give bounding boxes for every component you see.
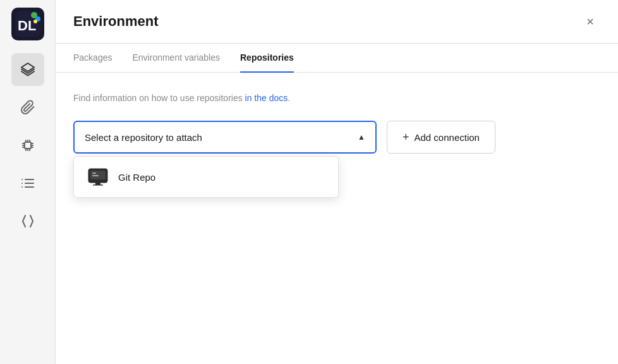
git-repo-icon <box>87 167 109 187</box>
sidebar-item-paperclip[interactable] <box>11 91 44 124</box>
svg-point-6 <box>33 20 37 23</box>
plus-icon: + <box>403 131 409 144</box>
repository-dropdown: Git Repo <box>73 156 339 198</box>
svg-text:DL: DL <box>18 18 36 33</box>
dialog-title: Environment <box>73 13 158 41</box>
dropdown-item-git-repo[interactable]: Git Repo <box>74 157 338 197</box>
sidebar-item-list[interactable] <box>11 167 44 200</box>
main-content: Environment × Packages Environment varia… <box>56 0 618 364</box>
layers-icon <box>20 62 35 77</box>
svg-rect-20 <box>93 185 103 186</box>
environment-dialog: DL <box>0 0 618 364</box>
dialog-header: Environment × <box>56 0 618 44</box>
svg-rect-18 <box>92 175 99 176</box>
chip-icon <box>20 138 35 153</box>
sidebar-item-chip[interactable] <box>11 129 44 162</box>
tab-content: Find information on how to use repositor… <box>56 73 618 364</box>
repository-select[interactable]: Select a repository to attach ▲ <box>73 121 377 154</box>
tab-packages[interactable]: Packages <box>73 44 112 73</box>
list-icon <box>20 176 35 191</box>
sidebar: DL <box>0 0 56 364</box>
sidebar-item-code[interactable] <box>11 205 44 238</box>
info-text: Find information on how to use repositor… <box>73 93 600 103</box>
add-connection-button[interactable]: + Add connection <box>387 121 495 154</box>
chevron-up-icon: ▲ <box>358 133 365 142</box>
app-logo: DL <box>11 8 44 40</box>
code-icon <box>20 214 35 229</box>
paperclip-icon <box>20 100 35 115</box>
add-connection-label: Add connection <box>415 132 480 143</box>
controls-row: Select a repository to attach ▲ <box>73 121 600 154</box>
git-repo-label: Git Repo <box>118 172 155 183</box>
close-button[interactable]: × <box>580 11 600 32</box>
svg-rect-8 <box>25 142 31 149</box>
tab-env-vars[interactable]: Environment variables <box>132 44 220 73</box>
tab-bar: Packages Environment variables Repositor… <box>56 44 618 73</box>
docs-link[interactable]: in the docs <box>245 93 288 103</box>
svg-rect-19 <box>95 182 100 185</box>
select-label: Select a repository to attach <box>85 132 202 143</box>
repository-select-wrapper: Select a repository to attach ▲ <box>73 121 377 154</box>
svg-rect-17 <box>92 173 96 174</box>
tab-repositories[interactable]: Repositories <box>240 44 294 73</box>
sidebar-item-layers[interactable] <box>11 53 44 86</box>
